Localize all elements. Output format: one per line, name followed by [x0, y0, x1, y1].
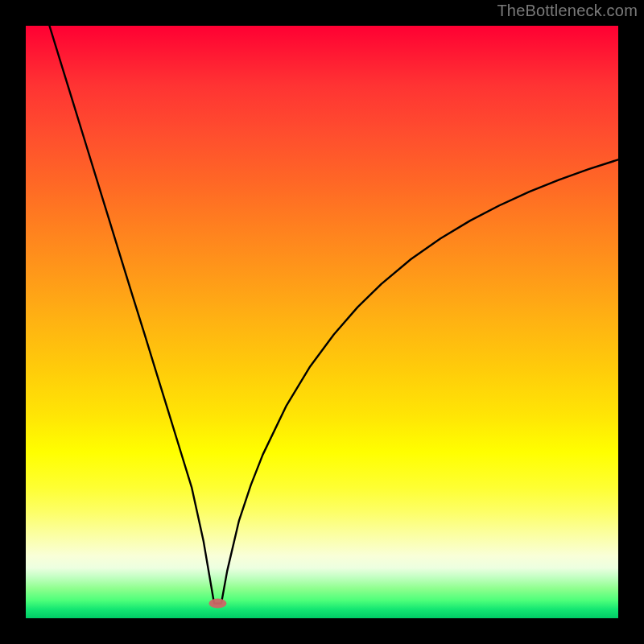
- bottleneck-curve: [49, 26, 618, 604]
- plot-area: [26, 26, 618, 618]
- watermark-label: TheBottleneck.com: [497, 2, 638, 20]
- optimum-marker: [208, 599, 226, 609]
- chart-frame: TheBottleneck.com: [0, 0, 644, 644]
- curve-layer: [26, 26, 618, 618]
